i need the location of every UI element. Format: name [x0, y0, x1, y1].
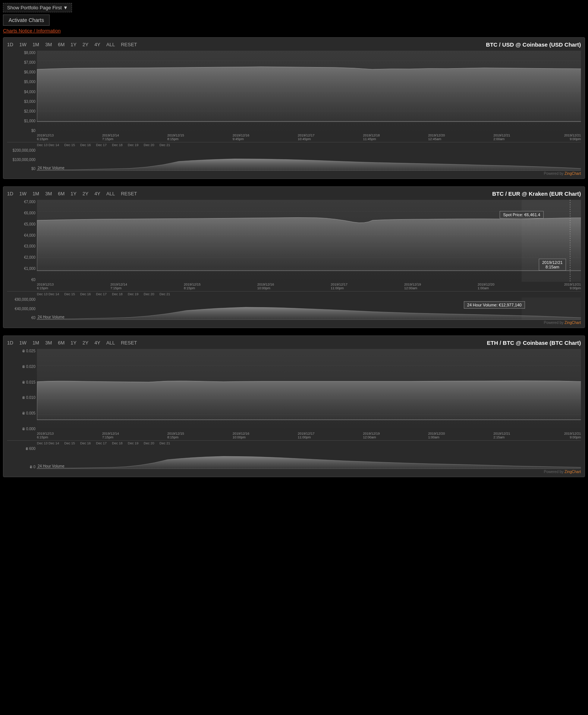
chart-body-btceur: €7,000 €6,000 €5,000 €4,000 €3,000 €2,00…	[7, 200, 581, 282]
x-axis-btcusd: 2019/12/136:15pm 2019/12/147:15pm 2019/1…	[7, 133, 581, 141]
timeframes-btcusd: 1D 1W 1M 3M 6M 1Y 2Y 4Y ALL RESET	[7, 42, 137, 47]
volume-area-btcusd: $200,000,000 $100,000,000 $0 24 Hour Vol…	[7, 148, 581, 171]
vol-label-btceur: 24 Hour Volume	[38, 315, 65, 319]
tf2-reset[interactable]: RESET	[121, 191, 137, 196]
tf3-1d[interactable]: 1D	[7, 340, 13, 346]
tooltip-date-btceur: 2019/12/218:15am	[539, 259, 566, 271]
portfolio-button[interactable]: Show Portfolio Page First ▼	[3, 3, 72, 12]
tf2-1w[interactable]: 1W	[19, 191, 27, 196]
tooltip-spot-price: Spot Price: €6,461.4	[500, 211, 544, 218]
chart-header-btceur: 1D 1W 1M 3M 6M 1Y 2Y 4Y ALL RESET BTC / …	[7, 190, 581, 197]
mini-nav-ethbtc: Dec 13 Dec 14 Dec 15 Dec 16 Dec 17 Dec 1…	[7, 440, 581, 445]
timeframes-btceur: 1D 1W 1M 3M 6M 1Y 2Y 4Y ALL RESET	[7, 191, 137, 196]
tf3-all[interactable]: ALL	[106, 340, 115, 346]
tf3-6m[interactable]: 6M	[58, 340, 65, 346]
volume-area-ethbtc: Ƀ 600 Ƀ 0 24 Hour Volume	[7, 447, 581, 469]
tf2-all[interactable]: ALL	[106, 191, 115, 196]
vol-label-btcusd: 24 Hour Volume	[38, 166, 65, 170]
tf2-6m[interactable]: 6M	[58, 191, 65, 196]
tf3-1y[interactable]: 1Y	[70, 340, 76, 346]
mini-nav-btcusd: Dec 13 Dec 14 Dec 15 Dec 16 Dec 17 Dec 1…	[7, 142, 581, 147]
y-axis-ethbtc: Ƀ 0.025 Ƀ 0.020 Ƀ 0.015 Ƀ 0.010 Ƀ 0.005 …	[7, 349, 37, 431]
tf-1m[interactable]: 1M	[32, 42, 39, 47]
tf3-1m[interactable]: 1M	[32, 340, 39, 346]
tf-1w[interactable]: 1W	[19, 42, 27, 47]
chart-body-ethbtc: Ƀ 0.025 Ƀ 0.020 Ƀ 0.015 Ƀ 0.010 Ƀ 0.005 …	[7, 349, 581, 431]
zing-credit-2: Powered by ZingChart	[7, 321, 581, 325]
price-area-btcusd	[37, 51, 581, 133]
tf3-2y[interactable]: 2Y	[82, 340, 88, 346]
chart-title-btceur: BTC / EUR @ Kraken (EUR Chart)	[492, 190, 581, 197]
x-axis-ethbtc: 2019/12/136:15pm 2019/12/147:15pm 2019/1…	[7, 432, 581, 439]
chart-body-btcusd: $8,000 $7,000 $6,000 $5,000 $4,000 $3,00…	[7, 51, 581, 133]
chart-header-ethbtc: 1D 1W 1M 3M 6M 1Y 2Y 4Y ALL RESET ETH / …	[7, 340, 581, 346]
tf2-1d[interactable]: 1D	[7, 191, 13, 196]
tf3-reset[interactable]: RESET	[121, 340, 137, 346]
btc-eur-chart: 1D 1W 1M 3M 6M 1Y 2Y 4Y ALL RESET BTC / …	[3, 186, 585, 328]
chart-header-btcusd: 1D 1W 1M 3M 6M 1Y 2Y 4Y ALL RESET BTC / …	[7, 41, 581, 48]
tf-1y[interactable]: 1Y	[70, 42, 76, 47]
volume-area-btceur: €80,000,000 €40,000,000 €0 24 Hour Volum…	[7, 297, 581, 320]
activate-charts-button[interactable]: Activate Charts	[3, 15, 50, 26]
tf-6m[interactable]: 6M	[58, 42, 65, 47]
price-area-ethbtc	[37, 349, 581, 431]
zing-credit-3: Powered by ZingChart	[7, 470, 581, 474]
vol-label-ethbtc: 24 Hour Volume	[38, 464, 65, 468]
tf-1d[interactable]: 1D	[7, 42, 13, 47]
eth-btc-chart: 1D 1W 1M 3M 6M 1Y 2Y 4Y ALL RESET ETH / …	[3, 336, 585, 477]
tf-3m[interactable]: 3M	[45, 42, 52, 47]
tf3-1w[interactable]: 1W	[19, 340, 27, 346]
tf-all[interactable]: ALL	[106, 42, 115, 47]
x-axis-btceur: 2019/12/136:15pm 2019/12/147:15pm 2019/1…	[7, 283, 581, 290]
y-axis-btcusd: $8,000 $7,000 $6,000 $5,000 $4,000 $3,00…	[7, 51, 37, 133]
charts-notice-link[interactable]: Charts Notice / Information	[3, 28, 585, 34]
y-axis-btceur: €7,000 €6,000 €5,000 €4,000 €3,000 €2,00…	[7, 200, 37, 282]
tf2-4y[interactable]: 4Y	[94, 191, 100, 196]
mini-nav-btceur: Dec 13 Dec 14 Dec 15 Dec 16 Dec 17 Dec 1…	[7, 291, 581, 296]
zing-credit-1: Powered by ZingChart	[7, 171, 581, 176]
price-area-btceur: Spot Price: €6,461.4 2019/12/218:15am	[37, 200, 581, 282]
top-controls: Show Portfolio Page First ▼ Activate Cha…	[3, 3, 585, 26]
timeframes-ethbtc: 1D 1W 1M 3M 6M 1Y 2Y 4Y ALL RESET	[7, 340, 137, 346]
tf2-3m[interactable]: 3M	[45, 191, 52, 196]
tf2-1m[interactable]: 1M	[32, 191, 39, 196]
chart-title-btcusd: BTC / USD @ Coinbase (USD Chart)	[486, 41, 581, 48]
tf-2y[interactable]: 2Y	[82, 42, 88, 47]
tf3-4y[interactable]: 4Y	[94, 340, 100, 346]
btc-usd-chart: 1D 1W 1M 3M 6M 1Y 2Y 4Y ALL RESET BTC / …	[3, 37, 585, 179]
tf3-3m[interactable]: 3M	[45, 340, 52, 346]
tf-reset[interactable]: RESET	[121, 42, 137, 47]
tf2-1y[interactable]: 1Y	[70, 191, 76, 196]
tf2-2y[interactable]: 2Y	[82, 191, 88, 196]
chart-title-ethbtc: ETH / BTC @ Coinbase (BTC Chart)	[487, 340, 581, 346]
tooltip-volume-btceur: 24 Hour Volume: €12,977,140	[464, 301, 525, 309]
tf-4y[interactable]: 4Y	[94, 42, 100, 47]
